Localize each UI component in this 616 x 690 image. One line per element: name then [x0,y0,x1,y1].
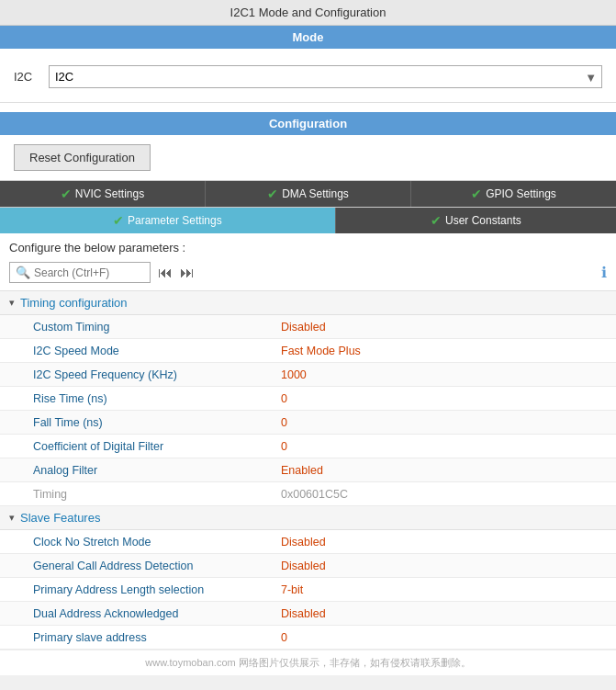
window-title: I2C1 Mode and Configuration [0,0,616,26]
search-input[interactable] [34,266,144,279]
param-name: Fall Time (ns) [0,413,275,433]
check-icon: ✔ [431,213,442,228]
table-row: Timing 0x00601C5C [0,482,616,506]
table-row: Coefficient of Digital Filter 0 [0,435,616,458]
table-row: I2C Speed Frequency (KHz) 1000 [0,363,616,387]
mode-row: I2C I2C ▼ [14,65,602,88]
param-name: Clock No Stretch Mode [0,532,275,552]
group-slave-title: Slave Features [20,511,100,525]
table-row: I2C Speed Mode Fast Mode Plus [0,339,616,363]
param-name: Analog Filter [0,460,275,481]
param-value: 1000 [275,365,312,385]
check-icon: ✔ [113,213,124,228]
mode-select[interactable]: I2C [49,65,602,88]
table-row: Rise Time (ns) 0 [0,387,616,411]
param-value: Enabled [275,460,329,481]
param-value: Fast Mode Plus [275,341,366,361]
info-icon[interactable]: ℹ [601,264,607,281]
table-row: Clock No Stretch Mode Disabled [0,530,616,554]
mode-header: Mode [0,26,616,49]
params-label: Configure the below parameters : [0,233,616,258]
search-icon: 🔍 [16,266,30,279]
mode-select-wrapper: I2C ▼ [49,65,602,88]
table-row: Analog Filter Enabled [0,458,616,482]
tab-dma-settings[interactable]: ✔ DMA Settings [206,181,411,207]
reset-config-button[interactable]: Reset Configuration [14,144,151,171]
check-icon: ✔ [267,187,278,201]
param-value: Disabled [275,532,331,552]
tab-parameter-settings[interactable]: ✔ Parameter Settings [0,208,336,233]
params-table: ▾ Timing configuration Custom Timing Dis… [0,290,616,650]
param-name: Rise Time (ns) [0,389,275,409]
tabs-row2: ✔ Parameter Settings ✔ User Constants [0,207,616,233]
tab-nvic-label: NVIC Settings [75,187,144,200]
collapse-icon: ▾ [9,512,15,524]
param-name: Primary slave address [0,628,275,648]
tabs-row1: ✔ NVIC Settings ✔ DMA Settings ✔ GPIO Se… [0,180,616,207]
table-row: Custom Timing Disabled [0,315,616,339]
tab-parameter-label: Parameter Settings [128,214,222,227]
param-name: Primary Address Length selection [0,580,275,600]
param-value: Disabled [275,556,331,576]
table-row: Primary slave address 0 [0,626,616,650]
param-name: Coefficient of Digital Filter [0,436,275,457]
config-header: Configuration [0,112,616,135]
table-row: Fall Time (ns) 0 [0,411,616,435]
collapse-icon: ▾ [9,297,15,309]
param-value: Disabled [275,317,331,337]
table-row: Dual Address Acknowledged Disabled [0,602,616,626]
param-value: 0 [275,436,293,457]
group-slave-features[interactable]: ▾ Slave Features [0,506,616,530]
tab-nvic-settings[interactable]: ✔ NVIC Settings [0,181,206,207]
param-name: Custom Timing [0,317,275,337]
group-timing-title: Timing configuration [20,296,128,310]
search-row: 🔍 ⏮ ⏭ ℹ [0,258,616,290]
param-value: 0 [275,413,293,433]
param-value: 0x00601C5C [275,484,353,504]
group-timing-config[interactable]: ▾ Timing configuration [0,291,616,315]
check-icon: ✔ [61,187,72,201]
param-name: General Call Address Detection [0,556,275,576]
search-box: 🔍 [9,262,151,283]
main-window: I2C1 Mode and Configuration Mode I2C I2C… [0,0,616,675]
param-value: 0 [275,389,293,409]
param-name: I2C Speed Mode [0,341,275,361]
tab-dma-label: DMA Settings [282,187,349,200]
config-area: Reset Configuration ✔ NVIC Settings ✔ DM… [0,135,616,675]
param-name: Timing [0,484,275,504]
tab-user-constants[interactable]: ✔ User Constants [336,208,616,233]
watermark: www.toymoban.com 网络图片仅供展示，非存储，如有侵权请联系删除。 [0,650,616,675]
param-name: I2C Speed Frequency (KHz) [0,365,275,385]
tab-gpio-settings[interactable]: ✔ GPIO Settings [411,181,616,207]
table-row: General Call Address Detection Disabled [0,554,616,578]
param-name: Dual Address Acknowledged [0,604,275,624]
param-value: 7-bit [275,580,308,600]
check-icon: ✔ [471,187,482,201]
tab-user-constants-label: User Constants [445,214,521,227]
mode-label: I2C [14,70,41,84]
history-forward-icon[interactable]: ⏭ [180,265,195,281]
table-row: Primary Address Length selection 7-bit [0,578,616,602]
tab-gpio-label: GPIO Settings [486,187,556,200]
param-value: 0 [275,628,293,648]
history-back-icon[interactable]: ⏮ [158,265,173,281]
param-value: Disabled [275,604,331,624]
mode-section: I2C I2C ▼ [0,49,616,103]
